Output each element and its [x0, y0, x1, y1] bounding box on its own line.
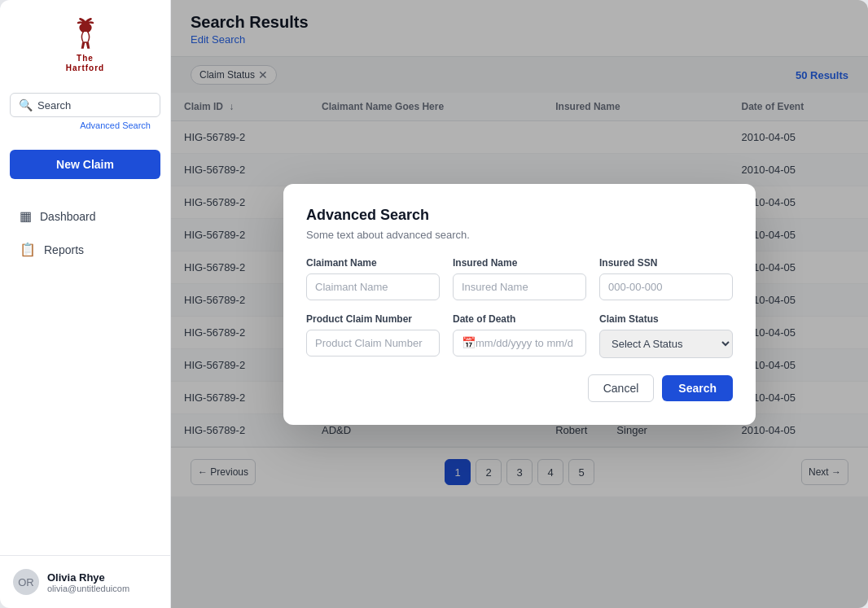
- date-of-death-group: Date of Death 📅: [453, 313, 586, 358]
- modal-form: Claimant Name Insured Name Insured SSN P…: [306, 257, 733, 358]
- modal-subtitle: Some text about advanced search.: [306, 229, 733, 241]
- insured-name-label: Insured Name: [453, 257, 586, 269]
- dashboard-icon: ▦: [20, 208, 32, 224]
- deer-svg: [65, 16, 106, 50]
- insured-name-input[interactable]: [453, 273, 586, 300]
- insured-name-group: Insured Name: [453, 257, 586, 300]
- date-of-death-input-wrap[interactable]: 📅: [453, 330, 586, 356]
- logo-area: The Hartford: [0, 0, 170, 86]
- search-icon: 🔍: [19, 98, 33, 112]
- logo-text: The Hartford: [61, 54, 110, 73]
- modal-actions: Cancel Search: [306, 374, 733, 402]
- user-profile: OR Olivia Rhye olivia@untitleduicom: [0, 555, 170, 608]
- new-claim-button[interactable]: New Claim: [10, 150, 160, 179]
- product-claim-label: Product Claim Number: [306, 313, 440, 325]
- date-of-death-input[interactable]: [476, 330, 577, 356]
- logo-icon: The Hartford: [61, 16, 110, 73]
- product-claim-input[interactable]: [306, 330, 440, 356]
- claim-status-label: Claim Status: [599, 313, 733, 325]
- cancel-button[interactable]: Cancel: [588, 374, 655, 402]
- sidebar: The Hartford 🔍 Advanced Search New Claim…: [0, 0, 171, 608]
- reports-icon: 📋: [20, 242, 36, 257]
- insured-ssn-label: Insured SSN: [599, 257, 733, 269]
- user-info: Olivia Rhye olivia@untitleduicom: [47, 571, 129, 593]
- claimant-name-group: Claimant Name: [306, 257, 440, 300]
- avatar: OR: [13, 569, 39, 595]
- sidebar-item-dashboard[interactable]: ▦ Dashboard: [7, 200, 164, 232]
- insured-ssn-group: Insured SSN: [599, 257, 733, 300]
- modal-title: Advanced Search: [306, 207, 733, 224]
- product-claim-group: Product Claim Number: [306, 313, 440, 358]
- user-name: Olivia Rhye: [47, 571, 129, 584]
- claim-status-group: Claim Status Select A Status Open Closed…: [599, 313, 733, 358]
- claim-status-select[interactable]: Select A Status Open Closed Pending: [599, 330, 733, 358]
- sidebar-search-area: 🔍 Advanced Search: [10, 93, 160, 137]
- main-content: Search Results Edit Search Claim Status …: [171, 0, 868, 608]
- date-of-death-label: Date of Death: [453, 313, 586, 325]
- sidebar-item-reports[interactable]: 📋 Reports: [7, 234, 164, 265]
- sidebar-item-dashboard-label: Dashboard: [40, 210, 96, 223]
- search-input[interactable]: [37, 99, 151, 112]
- modal-overlay: Advanced Search Some text about advanced…: [171, 0, 868, 608]
- calendar-icon: 📅: [462, 336, 476, 349]
- claimant-name-input[interactable]: [306, 273, 440, 300]
- advanced-search-modal: Advanced Search Some text about advanced…: [283, 184, 756, 425]
- nav-items: ▦ Dashboard 📋 Reports: [0, 199, 170, 267]
- insured-ssn-input[interactable]: [599, 273, 733, 300]
- sidebar-item-reports-label: Reports: [44, 243, 84, 256]
- claimant-name-label: Claimant Name: [306, 257, 440, 269]
- advanced-search-link[interactable]: Advanced Search: [20, 120, 151, 130]
- search-input-wrap[interactable]: 🔍: [10, 93, 160, 117]
- modal-search-button[interactable]: Search: [662, 375, 733, 401]
- user-email: olivia@untitleduicom: [47, 584, 129, 593]
